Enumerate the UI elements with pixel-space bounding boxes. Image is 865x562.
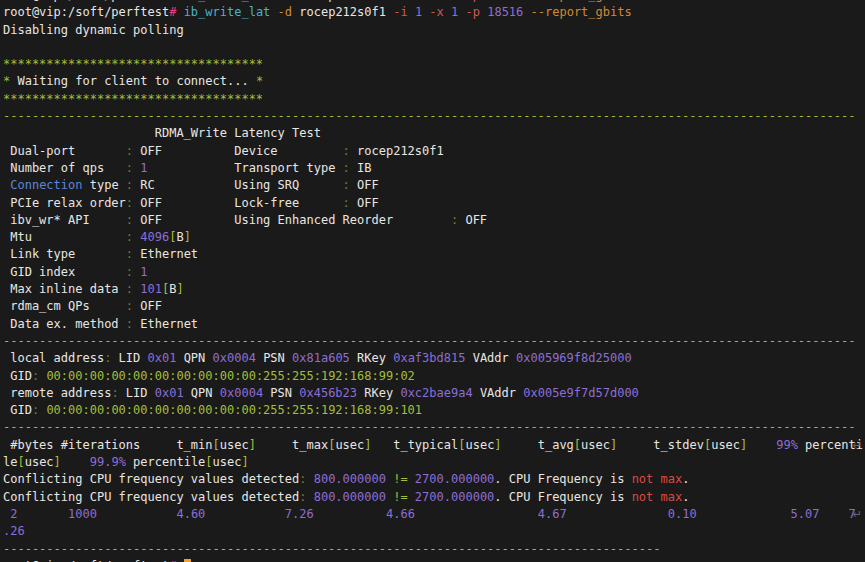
param-ibvwr-reorder: ibv_wr* API : OFF Using Enhanced Reorder… (3, 212, 863, 229)
separator-3: ----------------------------------------… (3, 419, 863, 436)
prompt-line-new-cutoff: root@vip:/soft/perftest# (3, 558, 863, 562)
param-link-type: Link type : Ethernet (3, 246, 863, 263)
line-wrap-icon: ↵ (853, 437, 862, 454)
separator-2: ----------------------------------------… (3, 333, 863, 350)
results-header-line2: le[usec] 99.9% percentile[usec] (3, 454, 863, 471)
banner-waiting-message: * Waiting for client to connect... * (3, 73, 863, 90)
local-gid: GID: 00:00:00:00:00:00:00:00:00:00:255:2… (3, 368, 863, 385)
output-disabling-polling: Disabling dynamic polling (3, 22, 863, 39)
banner-top: ************************************ (3, 56, 863, 73)
remote-address: remote address: LID 0x01 QPN 0x0004 PSN … (3, 385, 863, 402)
param-mtu: Mtu : 4096[B] (3, 229, 863, 246)
results-header-line1: #bytes #iterations t_min[usec] t_max[use… (3, 437, 863, 454)
results-data-line1: 2 1000 4.60 7.26 4.66 4.67 0.10 5.07 7↵ (3, 506, 863, 523)
line-wrap-icon: ↵ (853, 506, 862, 523)
param-pcie-lockfree: PCIe relax order: OFF Lock-free : OFF (3, 195, 863, 212)
blank-line (3, 39, 863, 56)
separator-4: ----------------------------------------… (3, 541, 863, 558)
command-line: root@vip:/soft/perftest# ib_write_lat -d… (3, 4, 863, 21)
param-gid-index: GID index : 1 (3, 264, 863, 281)
param-connection-srq: Connection type : RC Using SRQ : OFF (3, 177, 863, 194)
remote-gid: GID: 00:00:00:00:00:00:00:00:00:00:255:2… (3, 402, 863, 419)
separator-1: ----------------------------------------… (3, 108, 863, 125)
cpu-frequency-warning-1: Conflicting CPU frequency values detecte… (3, 471, 863, 488)
cpu-frequency-warning-2: Conflicting CPU frequency values detecte… (3, 489, 863, 506)
param-rdmacm-qps: rdma_cm QPs : OFF (3, 298, 863, 315)
param-qps-transport: Number of qps : 1 Transport type : IB (3, 160, 863, 177)
param-data-ex-method: Data ex. method : Ethernet (3, 316, 863, 333)
local-address: local address: LID 0x01 QPN 0x0004 PSN 0… (3, 350, 863, 367)
param-max-inline: Max inline data : 101[B] (3, 281, 863, 298)
terminal[interactable]: root@vip:/soft/perftest# ib_write_lat -d… (3, 0, 863, 562)
results-data-line2: .26 (3, 523, 863, 540)
param-dualport-device: Dual-port : OFF Device : rocep212s0f1 (3, 143, 863, 160)
banner-bottom: ************************************ (3, 91, 863, 108)
test-title: RDMA_Write Latency Test (3, 125, 863, 142)
